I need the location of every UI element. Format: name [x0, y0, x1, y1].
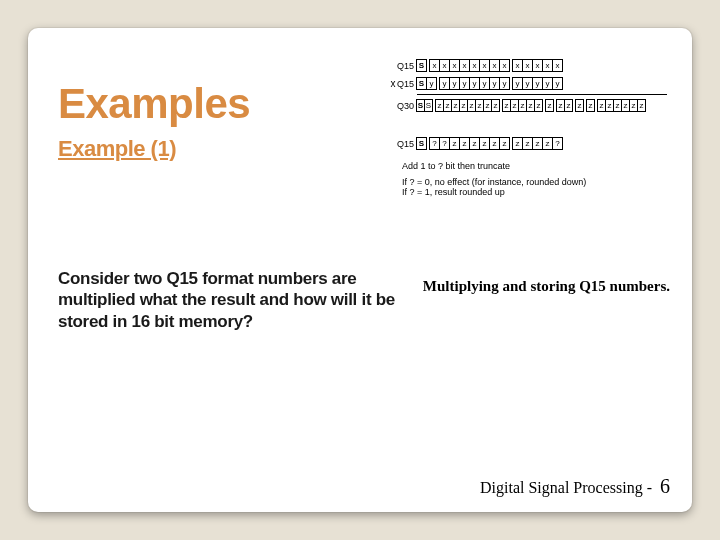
- diagram-row-q15-result: Q15 S??zzzzzzzzzz?: [388, 136, 676, 151]
- diagram-condition-1: If ? = 1, result rounded up: [402, 187, 676, 197]
- horizontal-rule: [417, 94, 667, 95]
- diagram-note: Add 1 to ? bit then truncate: [402, 161, 676, 171]
- row-label: Q30: [388, 101, 417, 111]
- bit-cells: S??zzzzzzzzzz?: [417, 137, 563, 150]
- diagram-caption: Multiplying and storing Q15 numbers.: [423, 278, 670, 295]
- row-label: Q15: [388, 79, 417, 89]
- diagram-row-q15-b: x Q15 Syyyyyyyyyyyyy: [388, 76, 676, 91]
- q15-multiplication-diagram: Q15 Sxxxxxxxxxxxxx x Q15 Syyyyyyyyyyyyy …: [388, 58, 676, 198]
- slide-subtitle: Example (1): [58, 136, 176, 162]
- slide-body-text: Consider two Q15 format numbers are mult…: [58, 268, 408, 332]
- row-label: Q15: [388, 139, 417, 149]
- row-label: Q15: [388, 61, 417, 71]
- diagram-row-q30: Q30 SSzzzzzzzzzzzzzzzzzzzzzzzz: [388, 98, 676, 113]
- diagram-condition-0: If ? = 0, no effect (for instance, round…: [402, 177, 676, 187]
- page-number: 6: [660, 475, 670, 497]
- slide-card: Examples Example (1) Consider two Q15 fo…: [28, 28, 692, 512]
- diagram-row-q15-a: Q15 Sxxxxxxxxxxxxx: [388, 58, 676, 73]
- slide-footer: Digital Signal Processing - 6: [480, 475, 670, 498]
- slide-title: Examples: [58, 80, 250, 128]
- bit-cells: SSzzzzzzzzzzzzzzzzzzzzzzzz: [417, 99, 646, 112]
- footer-text: Digital Signal Processing -: [480, 479, 656, 496]
- bit-cells: Syyyyyyyyyyyyy: [417, 77, 563, 90]
- bit-cells: Sxxxxxxxxxxxxx: [417, 59, 563, 72]
